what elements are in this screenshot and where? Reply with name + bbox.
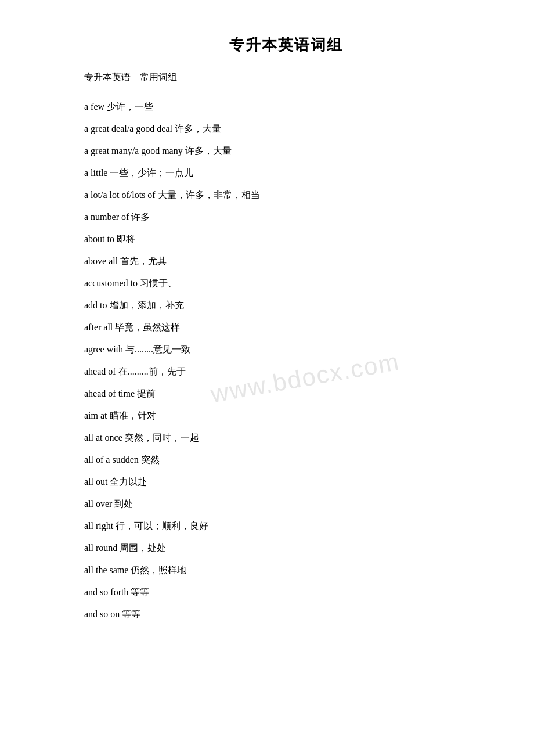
entries-container: a few 少许，一些a great deal/a good deal 许多，大… <box>84 100 488 621</box>
list-item: a little 一些，少许；一点儿 <box>84 166 488 180</box>
list-item: a few 少许，一些 <box>84 100 488 114</box>
list-item: aim at 瞄准，针对 <box>84 409 488 423</box>
subtitle: 专升本英语—常用词组 <box>84 71 488 84</box>
list-item: a great many/a good many 许多，大量 <box>84 144 488 158</box>
list-item: add to 增加，添加，补充 <box>84 298 488 312</box>
list-item: all the same 仍然，照样地 <box>84 563 488 577</box>
list-item: accustomed to 习惯于、 <box>84 276 488 290</box>
list-item: a great deal/a good deal 许多，大量 <box>84 122 488 136</box>
list-item: all of a sudden 突然 <box>84 453 488 467</box>
list-item: all round 周围，处处 <box>84 541 488 555</box>
page-title: 专升本英语词组 <box>84 35 488 55</box>
list-item: all over 到处 <box>84 497 488 511</box>
list-item: and so on 等等 <box>84 607 488 621</box>
list-item: ahead of 在.........前，先于 <box>84 365 488 379</box>
list-item: all right 行，可以；顺利，良好 <box>84 519 488 533</box>
list-item: about to 即将 <box>84 232 488 246</box>
list-item: and so forth 等等 <box>84 585 488 599</box>
list-item: above all 首先，尤其 <box>84 254 488 268</box>
list-item: a number of 许多 <box>84 210 488 224</box>
list-item: agree with 与........意见一致 <box>84 343 488 357</box>
list-item: all at once 突然，同时，一起 <box>84 431 488 445</box>
list-item: after all 毕竟，虽然这样 <box>84 321 488 334</box>
list-item: all out 全力以赴 <box>84 475 488 489</box>
list-item: a lot/a lot of/lots of 大量，许多，非常，相当 <box>84 188 488 202</box>
list-item: ahead of time 提前 <box>84 387 488 401</box>
